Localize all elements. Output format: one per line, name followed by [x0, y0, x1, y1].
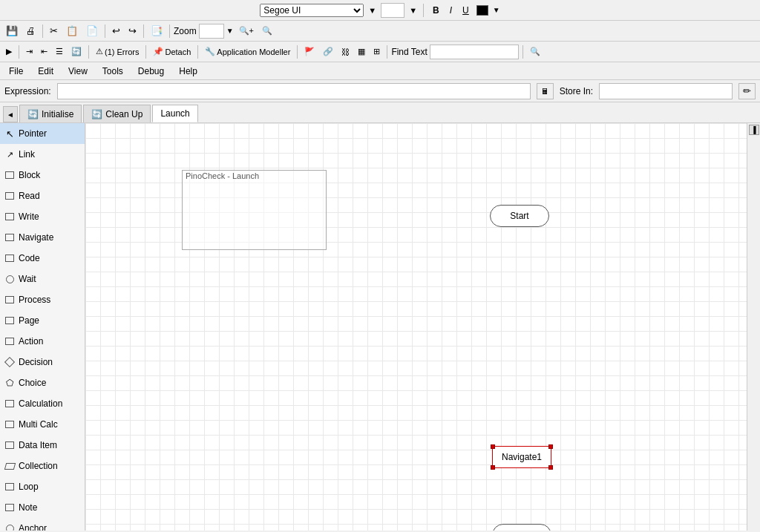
sep8	[145, 45, 146, 59]
expression-label: Expression:	[4, 86, 51, 96]
sidebar-item-page[interactable]: Page	[0, 310, 85, 331]
app-modeller-icon: 🔧	[205, 47, 215, 56]
expression-calc-button[interactable]: 🖩	[537, 83, 554, 99]
store-in-input[interactable]	[599, 83, 733, 99]
font-color-dropdown[interactable]: ▼	[493, 6, 500, 14]
link2-button[interactable]: ⛓	[338, 46, 353, 58]
sidebar-item-code[interactable]: Code	[0, 248, 85, 269]
sidebar-item-link[interactable]: ↗ Link	[0, 144, 85, 165]
sidebar-label-pointer: Pointer	[19, 128, 47, 139]
process-icon	[4, 295, 15, 305]
font-family-select[interactable]: Segoe UI	[260, 4, 364, 17]
app-modeller-button[interactable]: 🔧 Application Modeller	[202, 45, 293, 58]
italic-button[interactable]: I	[447, 4, 455, 17]
underline-button[interactable]: U	[459, 4, 472, 17]
sidebar-item-write[interactable]: Write	[0, 206, 85, 227]
pointer-icon: ↖	[4, 128, 15, 139]
sidebar-item-anchor[interactable]: Anchor	[0, 518, 85, 531]
tab-launch[interactable]: Launch	[152, 105, 197, 122]
grid-button[interactable]: ▦	[355, 45, 368, 58]
errors-icon: ⚠	[96, 47, 103, 56]
end-node[interactable]: End	[492, 524, 551, 531]
sidebar-label-process: Process	[19, 295, 50, 305]
redo-button[interactable]: ↪	[125, 24, 140, 38]
sidebar-item-note[interactable]: Note	[0, 497, 85, 518]
sidebar-item-calculation[interactable]: Calculation	[0, 393, 85, 414]
errors-button[interactable]: ⚠ (1) Errors	[93, 45, 142, 58]
refresh-button[interactable]: 🔄	[68, 45, 85, 58]
zoom-input[interactable]: 100	[199, 24, 224, 39]
sidebar-item-choice[interactable]: ⬠ Choice	[0, 372, 85, 393]
tab-initialise[interactable]: 🔄 Initialise	[19, 105, 82, 122]
sidebar-item-wait[interactable]: Wait	[0, 269, 85, 289]
save-button[interactable]: 💾	[3, 24, 21, 38]
cut-button[interactable]: ✂	[47, 24, 61, 38]
canvas-area[interactable]: PinoCheck - Launch Start Navigate1 End	[85, 123, 747, 531]
find-text-input[interactable]	[430, 45, 519, 59]
flag-button[interactable]: 🚩	[301, 45, 318, 58]
copy-button[interactable]: 📋	[63, 24, 81, 38]
sidebar-label-calculation: Calculation	[19, 398, 62, 409]
sidebar-item-multicalc[interactable]: Multi Calc	[0, 414, 85, 435]
sidebar-item-pointer[interactable]: ↖ Pointer	[0, 123, 85, 144]
zoom-dropdown-arrow[interactable]: ▼	[226, 27, 234, 35]
errors-label: (1) Errors	[105, 47, 139, 56]
tabs-left-arrow[interactable]: ◄	[3, 106, 18, 122]
menu-help[interactable]: Help	[173, 65, 203, 78]
sidebar-item-read[interactable]: Read	[0, 185, 85, 206]
menu-tools[interactable]: Tools	[96, 65, 129, 78]
copy2-button[interactable]: 📑	[148, 24, 166, 38]
sidebar-item-navigate[interactable]: Navigate	[0, 227, 85, 248]
zoom-in-button[interactable]: 🔍+	[236, 24, 257, 37]
outdent-button[interactable]: ⇤	[38, 45, 50, 58]
tab-cleanup[interactable]: 🔄 Clean Up	[83, 105, 151, 122]
menu-view[interactable]: View	[62, 65, 94, 78]
menu-file[interactable]: File	[3, 65, 29, 78]
expression-input[interactable]	[57, 83, 531, 99]
indent-button[interactable]: ⇥	[23, 45, 36, 58]
undo-button[interactable]: ↩	[109, 24, 123, 38]
print-button[interactable]: 🖨	[23, 24, 39, 38]
font-color-swatch[interactable]	[476, 5, 488, 16]
start-node-label: Start	[510, 211, 528, 221]
search-button[interactable]: 🔍	[527, 45, 543, 58]
sidebar-item-decision[interactable]: Decision	[0, 352, 85, 372]
sidebar-label-dataitem: Data Item	[19, 440, 57, 450]
sidebar-label-block: Block	[19, 170, 40, 180]
canvas[interactable]: PinoCheck - Launch Start Navigate1 End	[85, 123, 747, 531]
run-button[interactable]: ▶	[3, 45, 15, 58]
menu-debug[interactable]: Debug	[132, 65, 170, 78]
find-text-label: Find Text	[391, 47, 427, 57]
zoom-out-button[interactable]: 🔍	[259, 24, 275, 37]
code-icon	[4, 253, 15, 263]
store-in-label: Store In:	[560, 86, 593, 96]
detach-button[interactable]: 📌 Detach	[150, 45, 194, 58]
tabs-bar: ◄ 🔄 Initialise 🔄 Clean Up Launch	[0, 102, 760, 123]
start-node[interactable]: Start	[490, 205, 549, 227]
tab-initialise-label: Initialise	[42, 109, 73, 119]
sidebar-item-loop[interactable]: Loop	[0, 476, 85, 497]
font-size-input[interactable]: 10	[381, 3, 404, 18]
navigate1-node-label: Navigate1	[502, 452, 542, 462]
link-sidebar-icon: ↗	[4, 149, 15, 160]
handle-tr	[548, 444, 553, 449]
bullets-button[interactable]: ☰	[53, 45, 66, 58]
view-button[interactable]: ⊞	[370, 45, 383, 58]
app-modeller-label: Application Modeller	[217, 47, 290, 56]
sidebar-item-collection[interactable]: Collection	[0, 456, 85, 476]
main-area: ↖ Pointer ↗ Link Block Read Write Naviga…	[0, 123, 760, 531]
paste-button[interactable]: 📄	[83, 24, 101, 38]
sidebar-item-dataitem[interactable]: Data Item	[0, 435, 85, 456]
link-button[interactable]: 🔗	[320, 45, 336, 58]
menu-edit[interactable]: Edit	[32, 65, 59, 78]
expression-bar: Expression: 🖩 Store In: ✏	[0, 80, 760, 102]
sidebar-item-process[interactable]: Process	[0, 289, 85, 310]
sidebar-label-choice: Choice	[19, 378, 46, 388]
sep11	[387, 45, 387, 59]
sidebar-item-action[interactable]: Action	[0, 331, 85, 352]
right-panel-toggle[interactable]: ▐	[749, 125, 759, 135]
navigate1-node[interactable]: Navigate1	[492, 446, 551, 468]
sidebar-item-block[interactable]: Block	[0, 165, 85, 185]
bold-button[interactable]: B	[430, 4, 442, 17]
store-in-edit-button[interactable]: ✏	[738, 83, 756, 99]
